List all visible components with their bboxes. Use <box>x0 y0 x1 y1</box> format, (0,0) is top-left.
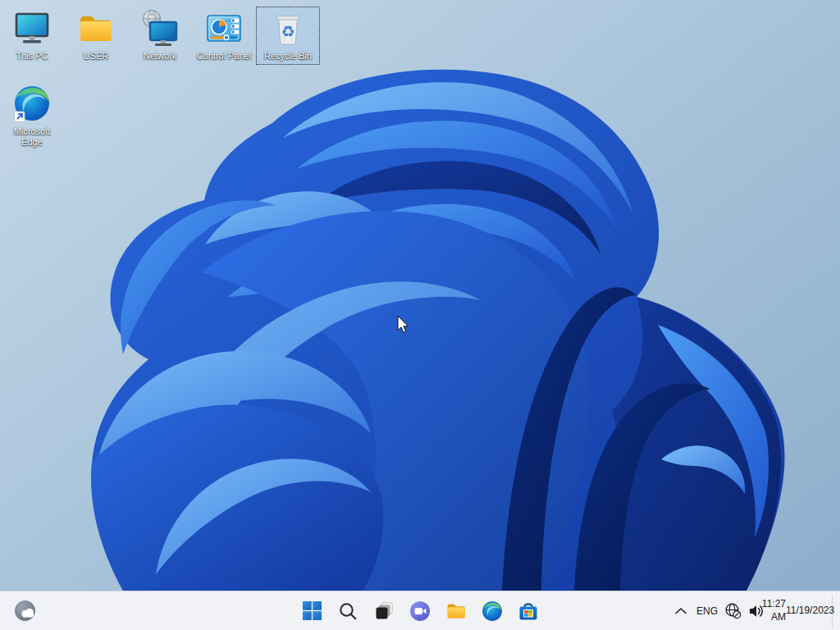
globe-no-internet-icon <box>724 602 742 619</box>
start-icon <box>302 600 322 621</box>
language-indicator[interactable]: ENG <box>692 595 722 628</box>
recycle-bin-icon: ♻ <box>268 9 308 48</box>
icon-label: This PC <box>16 51 48 62</box>
network-icon <box>140 9 180 48</box>
tray-status-area[interactable] <box>722 595 768 628</box>
icon-label: Control Panel <box>197 51 252 62</box>
folder-icon <box>76 9 116 48</box>
show-desktop-button[interactable] <box>832 595 837 628</box>
file-explorer-button[interactable] <box>440 595 472 628</box>
chevron-up-icon <box>672 602 690 620</box>
icon-label: Recycle Bin <box>264 51 312 62</box>
windows-11-desktop: This PC USER <box>0 0 840 630</box>
widgets-button[interactable] <box>8 595 41 628</box>
edge-button[interactable] <box>476 595 509 628</box>
desktop-icon-control-panel[interactable]: Control Panel <box>192 7 256 65</box>
search-button[interactable] <box>331 595 364 628</box>
control-panel-icon <box>204 9 244 48</box>
desktop-icon-this-pc[interactable]: This PC <box>0 7 64 65</box>
clock-date: 11/19/2023 <box>786 605 834 618</box>
clock-time: 11:27 AM <box>762 598 786 623</box>
chat-icon <box>409 600 431 622</box>
icon-label: Microsoft Edge <box>2 126 62 148</box>
icon-label: USER <box>84 51 109 62</box>
search-icon <box>338 601 358 621</box>
store-button[interactable] <box>512 595 545 628</box>
tray-chevron-button[interactable] <box>669 595 692 628</box>
desktop-icon-microsoft-edge[interactable]: Microsoft Edge <box>0 82 64 151</box>
widgets-weather-icon <box>14 600 36 622</box>
desktop-wallpaper <box>0 0 840 591</box>
start-button[interactable] <box>295 595 328 628</box>
edge-icon <box>482 600 503 622</box>
chat-button[interactable] <box>404 595 436 628</box>
store-icon <box>518 600 539 622</box>
clock[interactable]: 11:27 AM 11/19/2023 <box>768 595 832 628</box>
svg-text:♻: ♻ <box>281 22 294 40</box>
language-label: ENG <box>696 605 718 617</box>
task-view-button[interactable] <box>368 595 400 628</box>
task-view-icon <box>374 600 395 621</box>
desktop-icon-user-folder[interactable]: USER <box>64 7 128 65</box>
this-pc-icon <box>12 9 52 48</box>
edge-shortcut-icon <box>12 84 52 124</box>
taskbar: ENG 11:27 AM 11/19/2023 <box>0 591 840 630</box>
desktop-icon-recycle-bin[interactable]: ♻ Recycle Bin <box>256 7 320 65</box>
desktop-icon-network[interactable]: Network <box>128 7 192 65</box>
icon-label: Network <box>144 51 176 62</box>
file-explorer-icon <box>445 600 467 622</box>
